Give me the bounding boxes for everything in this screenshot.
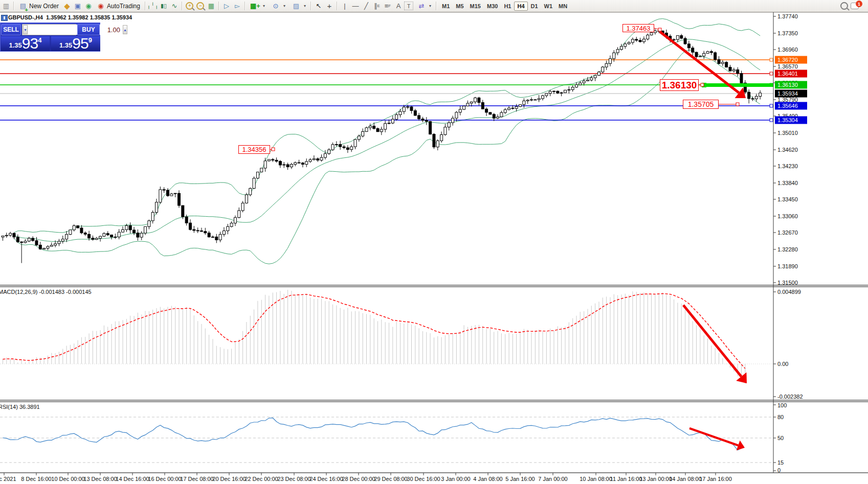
price-level-badge: 1.35304 [775,117,807,124]
buy-price-pip: 9 [88,37,92,43]
price-annotation: 1.36130 [660,79,699,91]
ohlc-open: 1.35962 [46,14,66,20]
mt4-window: { "toolbar": { "new_order": "New Order",… [0,0,868,484]
buy-price-display[interactable]: 1.35 95 9 [51,36,100,51]
price-level-badge: 1.36720 [775,56,807,64]
price-annotation: 1.35705 [683,100,719,109]
symbol-ohlc-line: GBPUSD-,H4 1.35962 1.35982 1.35835 1.359… [8,14,132,20]
ohlc-close: 1.35934 [112,14,132,20]
buy-price-prefix: 1.35 [59,40,72,51]
rsi-label: RSI(14) 36.3891 [0,404,40,410]
sell-button[interactable]: SELL [1,24,21,35]
price-annotation: 1.34356 [238,145,270,154]
volume-control: ▼ ▲ [22,24,76,35]
price-level-badge: 1.35646 [775,102,807,109]
volume-increase-button[interactable]: ▲ [123,25,127,34]
chart-symbol-icon [1,15,8,21]
ohlc-high: 1.35982 [68,14,88,20]
sell-price-display[interactable]: 1.35 93 4 [1,36,50,51]
price-annotation: 1.37463 [622,24,654,32]
price-level-badge: 1.36401 [775,70,807,77]
chart-plot-area[interactable] [0,0,868,484]
symbol-name: GBPUSD-,H4 [8,14,43,20]
ohlc-low: 1.35835 [90,14,110,20]
sell-price-big: 93 [22,36,38,51]
volume-input[interactable] [28,25,122,35]
buy-button[interactable]: BUY [77,24,100,35]
volume-decrease-button[interactable]: ▼ [23,25,28,34]
macd-label: MACD(12,26,9) -0.001483 -0.000145 [0,289,92,295]
sell-price-prefix: 1.35 [9,40,22,51]
buy-price-big: 95 [72,36,88,51]
sell-price-pip: 4 [38,37,41,43]
bid-price-badge: 1.35934 [775,89,807,97]
price-level-badge: 1.36130 [775,81,807,89]
one-click-trading-panel: SELL ▼ ▲ BUY 1.35 93 4 1.35 95 9 [0,22,100,52]
